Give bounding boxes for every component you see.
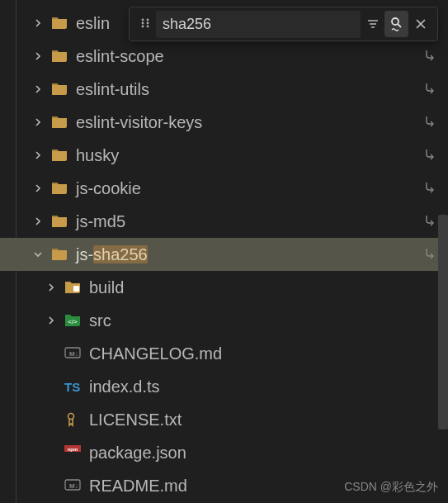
svg-text:npm: npm xyxy=(68,447,78,452)
tree-item-label: package.json xyxy=(89,444,186,463)
folder-icon xyxy=(51,148,69,163)
chevron-right-icon[interactable] xyxy=(43,315,59,326)
tree-item-label: eslint-scope xyxy=(76,47,164,66)
tree-item-label: js-md5 xyxy=(76,212,125,231)
tree-item-label: README.md xyxy=(89,477,187,496)
drag-handle-icon[interactable] xyxy=(139,16,151,33)
svg-point-14 xyxy=(142,25,144,27)
tree-item-label: eslint-utils xyxy=(76,80,149,99)
tree-folder-eslint-scope[interactable]: eslint-scope xyxy=(0,40,448,73)
watermark-text: CSDN @彩色之外 xyxy=(344,480,438,495)
chevron-right-icon[interactable] xyxy=(30,183,46,194)
search-panel xyxy=(129,7,438,41)
tree-item-label: index.d.ts xyxy=(89,377,160,396)
shortcut-arrow-icon xyxy=(423,81,436,98)
tree-file-license-txt[interactable]: LICENSE.txt xyxy=(0,403,448,436)
svg-text:M↓: M↓ xyxy=(69,482,78,490)
tree-item-label: eslin xyxy=(76,14,110,33)
srcfolder-icon: </> xyxy=(64,313,83,328)
shortcut-arrow-icon xyxy=(423,213,436,230)
tree-folder-eslint-utils[interactable]: eslint-utils xyxy=(0,73,448,106)
chevron-down-icon[interactable] xyxy=(30,249,46,260)
tree-folder-src[interactable]: </>src xyxy=(0,304,448,337)
folder-icon xyxy=(51,16,69,31)
scrollbar-thumb[interactable] xyxy=(438,215,448,429)
tree-file-package-json[interactable]: npmpackage.json xyxy=(0,436,448,469)
shortcut-arrow-icon xyxy=(423,147,436,164)
chevron-right-icon[interactable] xyxy=(30,216,46,227)
md-icon: M↓ xyxy=(64,346,83,361)
svg-point-15 xyxy=(147,25,149,27)
chevron-right-icon[interactable] xyxy=(43,282,59,293)
md-icon: M↓ xyxy=(64,478,83,493)
filter-icon[interactable] xyxy=(361,11,384,37)
folder-icon xyxy=(51,214,69,229)
tree-folder-build[interactable]: build xyxy=(0,271,448,304)
tree-folder-js-sha256[interactable]: js-sha256 xyxy=(0,238,448,271)
tree-file-index-d-ts[interactable]: TSindex.d.ts xyxy=(0,370,448,403)
tree-item-label: js-sha256 xyxy=(76,245,148,264)
shortcut-arrow-icon xyxy=(423,180,436,197)
folder-icon xyxy=(51,115,69,130)
file-tree: eslineslint-scopeeslint-utilseslint-visi… xyxy=(0,0,448,502)
tree-item-label: js-cookie xyxy=(76,179,141,198)
tree-folder-js-md5[interactable]: js-md5 xyxy=(0,205,448,238)
tree-folder-eslint-visitor-keys[interactable]: eslint-visitor-keys xyxy=(0,106,448,139)
chevron-right-icon[interactable] xyxy=(30,149,46,161)
shortcut-arrow-icon xyxy=(423,114,436,131)
buildfolder-icon xyxy=(64,280,83,295)
chevron-right-icon[interactable] xyxy=(30,83,46,95)
chevron-right-icon[interactable] xyxy=(30,50,46,62)
folder-icon xyxy=(51,181,69,196)
fuzzy-search-icon[interactable] xyxy=(384,11,408,37)
svg-text:M↓: M↓ xyxy=(69,350,78,358)
svg-point-10 xyxy=(142,18,144,21)
svg-point-13 xyxy=(147,21,149,24)
shortcut-arrow-icon xyxy=(423,246,436,263)
svg-point-16 xyxy=(392,18,398,25)
chevron-right-icon[interactable] xyxy=(30,116,46,128)
chevron-right-icon[interactable] xyxy=(30,17,46,29)
tree-item-label: eslint-visitor-keys xyxy=(76,113,202,132)
svg-text:TS: TS xyxy=(64,380,80,394)
tree-folder-js-cookie[interactable]: js-cookie xyxy=(0,172,448,205)
tree-item-label: CHANGELOG.md xyxy=(89,344,222,363)
folder-icon xyxy=(51,82,69,97)
svg-rect-0 xyxy=(73,286,79,292)
tree-item-label: build xyxy=(89,278,124,297)
folder-icon xyxy=(51,247,69,262)
shortcut-arrow-icon xyxy=(423,48,436,65)
tree-item-label: husky xyxy=(76,146,119,165)
close-icon[interactable] xyxy=(408,11,432,37)
npm-icon: npm xyxy=(64,445,83,460)
svg-point-12 xyxy=(142,21,144,24)
svg-point-5 xyxy=(68,414,74,420)
license-icon xyxy=(64,412,83,427)
tree-children: build</>srcM↓CHANGELOG.mdTSindex.d.tsLIC… xyxy=(0,271,448,502)
svg-text:</>: </> xyxy=(68,318,78,325)
tree-item-label: LICENSE.txt xyxy=(89,410,182,429)
tree-file-changelog-md[interactable]: M↓CHANGELOG.md xyxy=(0,337,448,370)
search-input[interactable] xyxy=(156,11,361,38)
tree-item-label: src xyxy=(89,311,111,330)
folder-icon xyxy=(51,49,69,64)
tree-folder-husky[interactable]: husky xyxy=(0,139,448,172)
svg-point-11 xyxy=(147,18,149,21)
ts-icon: TS xyxy=(64,379,83,394)
